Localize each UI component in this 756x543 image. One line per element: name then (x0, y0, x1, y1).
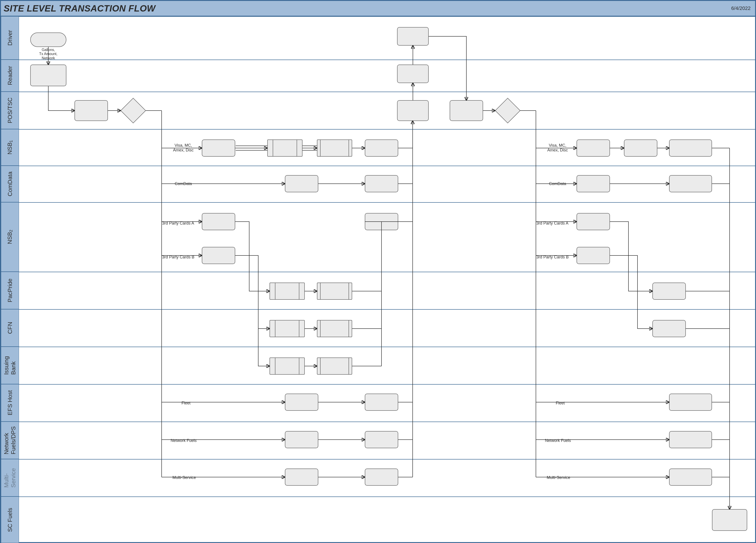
box-nsb2-rB (577, 247, 610, 264)
decision-left (120, 98, 146, 123)
label-right-multisvc: Multi-Service (547, 475, 570, 480)
lane-divider (19, 422, 755, 422)
box-pos-stage2 (450, 100, 483, 121)
lane-divider (19, 60, 755, 60)
label-right-fleet: Fleet (556, 401, 565, 406)
predef-pac-l2 (317, 283, 352, 300)
terminator-start (30, 32, 66, 47)
predef-cfn-l1 (270, 320, 305, 337)
box-comdata-l1 (285, 175, 318, 192)
lane-issuing: Issuing Bank (1, 347, 19, 384)
lane-multi: Multi- Service (1, 459, 19, 497)
box-comdata-l2 (365, 175, 398, 192)
connectors (1, 1, 755, 542)
box-comdata-r1 (577, 175, 610, 192)
label-left-visamc: Visa, MC, Amex, Disc (167, 143, 199, 152)
box-nsb1-l1 (202, 139, 235, 157)
lane-divider (19, 272, 755, 272)
box-nsb1-r3 (669, 139, 712, 157)
lane-scfuels: SC Fuels (1, 497, 19, 543)
box-net-r (669, 431, 712, 448)
lane-nsb1: NSB1 (1, 129, 19, 166)
lane-divider (19, 347, 755, 347)
predef-nsb1-l1 (267, 139, 302, 157)
swimlane-diagram: SITE LEVEL TRANSACTION FLOW 6/4/2022 Dri… (0, 0, 756, 543)
lane-cfn: CFN (1, 309, 19, 347)
box-multi-l2 (365, 469, 398, 486)
lane-divider (19, 166, 755, 166)
predef-nsb1-l2 (317, 139, 352, 157)
lane-reader: Reader (1, 60, 19, 92)
label-right-visamc: Visa, MC, Amex, Disc (542, 143, 573, 152)
predef-cfn-l2 (317, 320, 352, 337)
lane-divider (19, 92, 755, 92)
diagram-title: SITE LEVEL TRANSACTION FLOW (4, 3, 156, 14)
box-scfuels (712, 509, 747, 531)
box-reader (30, 65, 66, 86)
label-right-thirdA: 3rd Party Cards A (536, 221, 568, 226)
decision-right (495, 98, 520, 123)
box-cfn-r (652, 320, 686, 337)
box-nsb2-rA (577, 213, 610, 230)
title-bar: SITE LEVEL TRANSACTION FLOW 6/4/2022 (1, 1, 755, 16)
box-reader-mid (397, 65, 429, 83)
label-right-thirdB: 3rd Party Cards B (536, 255, 569, 260)
lane-comdata: ComData (1, 166, 19, 202)
label-left-fleet: Fleet (181, 401, 191, 406)
lane-driver: Driver (1, 16, 19, 60)
box-nsb2-lA (202, 213, 235, 230)
box-pos-merge (397, 100, 429, 121)
box-efs-r (669, 394, 712, 411)
label-left-thirdB: 3rd Party Cards B (162, 255, 194, 260)
label-right-netfuels: Network Fuels (545, 438, 571, 443)
box-efs-l1 (285, 394, 318, 411)
box-nsb2-lmerge (365, 213, 398, 230)
lane-divider (19, 129, 755, 130)
lane-pos: POS/TSC (1, 92, 19, 129)
lane-divider (19, 384, 755, 385)
lane-network: Network Fuels/DPS (1, 422, 19, 459)
predef-issuing-l2 (317, 357, 352, 375)
lane-divider (19, 202, 755, 203)
box-net-l2 (365, 431, 398, 448)
lane-nsb2: NSB2 (1, 202, 19, 272)
box-nsb2-lB (202, 247, 235, 264)
label-left-comdata: ComData (175, 181, 192, 186)
lane-divider (19, 16, 755, 17)
lane-efs: EFS Host (1, 384, 19, 422)
box-multi-l1 (285, 469, 318, 486)
box-pac-r (652, 283, 686, 300)
diagram-date: 6/4/2022 (731, 5, 751, 11)
lane-pacpride: PacPride (1, 272, 19, 309)
box-efs-l2 (365, 394, 398, 411)
label-left-netfuels: Network Fuels (171, 438, 197, 443)
label-driver-output: Gallons, Tx Amount, Network (34, 48, 62, 60)
box-comdata-r2 (669, 175, 712, 192)
box-nsb1-l2 (365, 139, 398, 157)
box-nsb1-r2 (624, 139, 657, 157)
box-net-l1 (285, 431, 318, 448)
box-pos-stage1 (74, 100, 108, 121)
label-right-comdata: ComData (549, 181, 566, 186)
box-multi-r (669, 469, 712, 486)
label-left-multisvc: Multi-Service (172, 475, 196, 480)
box-driver-receipt (397, 27, 429, 46)
lane-divider (19, 459, 755, 459)
box-nsb1-r1 (577, 139, 610, 157)
predef-pac-l1 (270, 283, 305, 300)
label-left-thirdA: 3rd Party Cards A (162, 221, 194, 226)
lane-divider (19, 309, 755, 310)
lane-divider (19, 497, 755, 497)
predef-issuing-l1 (270, 357, 305, 375)
